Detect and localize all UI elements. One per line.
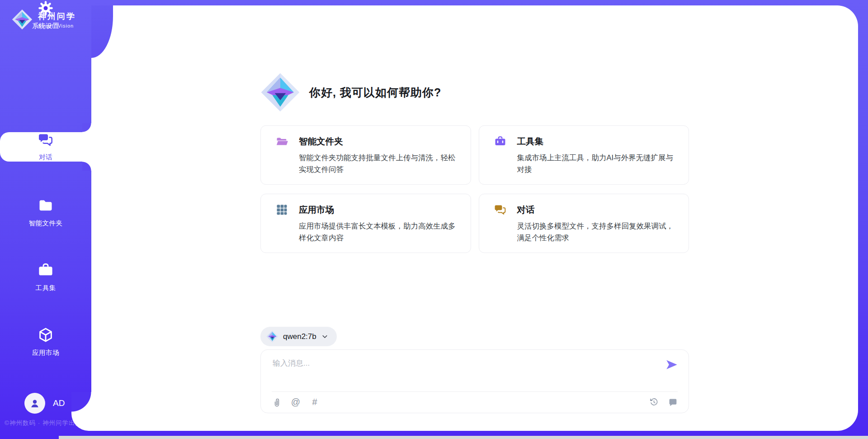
nav-item-label: 工具集 [36, 284, 56, 292]
send-icon [665, 358, 679, 372]
card-title: 智能文件夹 [299, 135, 343, 148]
user-profile[interactable]: AD [24, 393, 65, 414]
case-icon [38, 262, 54, 278]
nav-item-label: 应用市场 [32, 348, 59, 357]
cube-icon [38, 327, 54, 343]
greeting-block: 你好, 我可以如何帮助你? [260, 72, 441, 112]
app-page: 神州问学 Smart Vision 对话 智能文件夹 工具集 [0, 0, 868, 439]
chat-icon [494, 204, 506, 216]
card-description: 应用市场提供丰富长文本模板，助力高效生成多样化文章内容 [299, 220, 460, 243]
topic-button[interactable]: # [310, 397, 320, 407]
sidebar-item-settings[interactable]: 系统设置 [0, 0, 91, 30]
composer-toolbar: @ # [272, 397, 678, 407]
sidebar-item-apps[interactable]: 应用市场 [0, 327, 91, 357]
card-title: 工具集 [517, 135, 544, 148]
card-description: 灵活切换多模型文件，支持多样回复效果调试，满足个性化需求 [517, 220, 678, 243]
folder-icon [38, 197, 54, 214]
card-description: 集成市场上主流工具，助力AI与外界无缝扩展与对接 [517, 152, 678, 175]
copyright-text: ©神州数码 · 神州问学出品 [5, 419, 82, 427]
feature-card-folders[interactable]: 智能文件夹 智能文件夹功能支持批量文件上传与清洗，轻松实现文件问答 [260, 125, 471, 185]
feature-card-chat[interactable]: 对话 灵活切换多模型文件，支持多样回复效果调试，满足个性化需求 [479, 194, 689, 253]
nav-item-label: 系统设置 [32, 22, 59, 30]
send-button[interactable] [665, 358, 679, 372]
card-header: 应用市场 [276, 204, 460, 216]
card-title: 对话 [517, 204, 535, 216]
person-icon [29, 397, 41, 409]
history-icon [649, 397, 659, 407]
sidebar-nav: 对话 智能文件夹 工具集 应用市场 系统设置 [0, 0, 91, 439]
message-composer: @ # [260, 349, 689, 413]
horizontal-scrollbar[interactable] [59, 436, 868, 439]
history-button[interactable] [649, 397, 659, 407]
model-selector-value: qwen2:7b [283, 332, 316, 341]
model-selector[interactable]: qwen2:7b [260, 327, 337, 346]
card-header: 智能文件夹 [276, 135, 460, 148]
case-icon [494, 135, 506, 148]
conversation-button[interactable] [668, 397, 678, 407]
grid-icon [276, 204, 288, 216]
chevron-down-icon [321, 333, 329, 340]
gem-model-icon [266, 330, 278, 343]
hash-icon: # [312, 397, 317, 406]
sidebar-item-tools[interactable]: 工具集 [0, 262, 91, 292]
chat-icon [38, 132, 53, 148]
paperclip-icon [272, 397, 282, 407]
card-header: 对话 [494, 204, 678, 216]
feature-card-tools[interactable]: 工具集 集成市场上主流工具，助力AI与外界无缝扩展与对接 [479, 125, 689, 185]
folder-open-icon [276, 135, 288, 148]
comment-icon [668, 397, 678, 407]
at-icon: @ [291, 397, 300, 406]
greeting-title: 你好, 我可以如何帮助你? [309, 85, 441, 100]
user-name: AD [53, 398, 65, 408]
attach-file-button[interactable] [272, 397, 282, 407]
main-content: 你好, 我可以如何帮助你? 智能文件夹 智能文件夹功能支持批量文件上传与清洗，轻… [260, 5, 689, 431]
sidebar-item-chat[interactable]: 对话 [0, 132, 91, 162]
message-input[interactable] [272, 357, 644, 385]
composer-divider [272, 391, 678, 392]
gear-icon [38, 0, 54, 16]
avatar[interactable] [24, 393, 45, 414]
gem-greeting-icon [260, 72, 300, 112]
sidebar-item-folders[interactable]: 智能文件夹 [0, 197, 91, 228]
card-title: 应用市场 [299, 204, 334, 216]
main-panel-content-layer: 你好, 我可以如何帮助你? 智能文件夹 智能文件夹功能支持批量文件上传与清洗，轻… [91, 5, 858, 431]
nav-item-label: 智能文件夹 [29, 219, 63, 228]
feature-card-apps[interactable]: 应用市场 应用市场提供丰富长文本模板，助力高效生成多样化文章内容 [260, 194, 471, 253]
nav-item-label: 对话 [39, 153, 52, 162]
feature-cards: 智能文件夹 智能文件夹功能支持批量文件上传与清洗，轻松实现文件问答 工具集 集成… [260, 125, 689, 253]
mention-button[interactable]: @ [291, 397, 301, 407]
card-header: 工具集 [494, 135, 678, 148]
model-selector-row: qwen2:7b [260, 327, 337, 346]
card-description: 智能文件夹功能支持批量文件上传与清洗，轻松实现文件问答 [299, 152, 460, 175]
